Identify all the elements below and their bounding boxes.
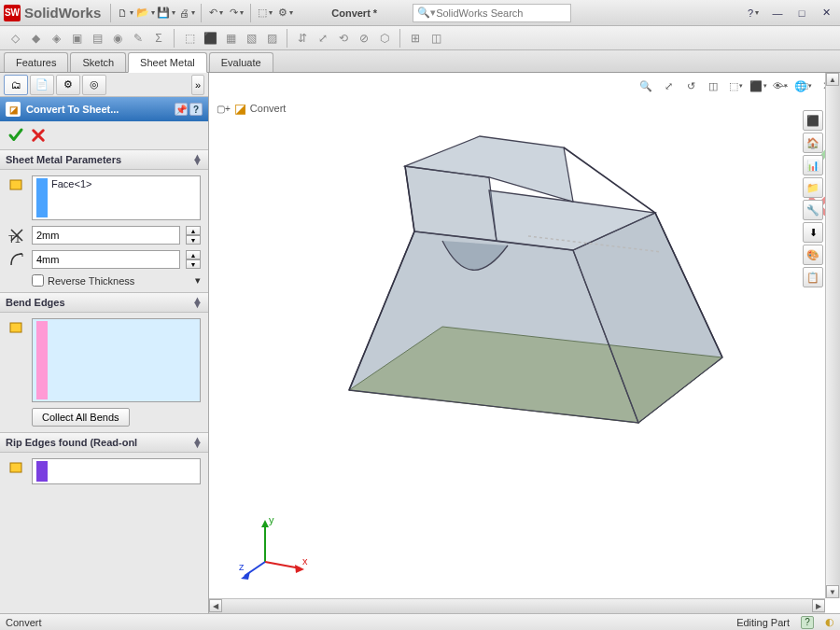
orientation-triad[interactable]: y x z xyxy=(237,511,312,585)
horizontal-scrollbar[interactable]: ◀ ▶ xyxy=(209,598,825,613)
view-orientation-button[interactable]: ⬚ xyxy=(726,77,745,95)
taskpane-design-library[interactable]: 🏠 xyxy=(803,133,823,153)
zoom-area-button[interactable]: ⤢ xyxy=(659,77,678,95)
taskpane-file-explorer[interactable]: 📊 xyxy=(803,155,823,175)
zoom-area-icon: ⤢ xyxy=(665,80,673,92)
expand-icon[interactable]: ▢+ xyxy=(217,104,231,114)
tool-icon[interactable]: ◫ xyxy=(427,29,445,48)
prev-view-button[interactable]: ↺ xyxy=(681,77,700,95)
tool-icon[interactable]: ⊞ xyxy=(406,29,425,48)
tab-evaluate[interactable]: Evaluate xyxy=(209,52,273,72)
taskpane-custom-props[interactable]: ⬇ xyxy=(803,222,823,243)
scroll-down-button[interactable]: ▼ xyxy=(826,585,839,598)
thickness-spinner[interactable]: ▲▼ xyxy=(186,226,201,245)
rip-edges-selection[interactable] xyxy=(32,458,201,484)
pm-pin-button[interactable]: 📌 xyxy=(175,103,188,116)
section-view-button[interactable]: ◫ xyxy=(704,77,722,95)
tab-features[interactable]: Features xyxy=(4,52,68,72)
taskpane-tab-8[interactable]: 📋 xyxy=(803,267,823,287)
group-header-params[interactable]: Sheet Metal Parameters ▲▼ xyxy=(0,149,208,170)
tool-icon[interactable]: ▣ xyxy=(67,29,86,48)
bend-edges-selection[interactable] xyxy=(32,318,201,402)
selection-strip xyxy=(36,178,48,217)
close-button[interactable]: ✕ xyxy=(816,3,836,23)
rebuild-button[interactable]: ⬚ xyxy=(255,3,275,23)
search-input[interactable] xyxy=(436,7,567,19)
propertymanager-tab[interactable]: 📄 xyxy=(30,75,54,95)
tool-icon[interactable]: ◉ xyxy=(108,29,127,48)
restore-button[interactable]: □ xyxy=(791,3,812,23)
tool-icon[interactable]: ✎ xyxy=(129,29,147,48)
tool-icon[interactable]: ⬛ xyxy=(201,29,219,48)
new-doc-button[interactable]: 🗋 xyxy=(115,3,135,23)
ok-button[interactable] xyxy=(7,127,24,144)
options-icon: ⚙ xyxy=(278,7,287,19)
reverse-thickness-checkbox[interactable] xyxy=(32,274,44,287)
scroll-left-button[interactable]: ◀ xyxy=(209,599,222,612)
tool-icon[interactable]: ⇵ xyxy=(293,29,312,48)
display-style-button[interactable]: ⬛ xyxy=(749,77,767,95)
flyout-splitter[interactable]: » xyxy=(191,75,204,95)
bend-radius-input[interactable] xyxy=(32,250,180,269)
collect-all-bends-button[interactable]: Collect All Bends xyxy=(32,408,130,427)
help-icon: ? xyxy=(748,7,753,19)
thickness-input[interactable] xyxy=(32,226,180,245)
tool-icon[interactable]: ◇ xyxy=(6,29,24,48)
pm-help-button[interactable]: ? xyxy=(189,103,203,116)
cancel-button[interactable] xyxy=(30,127,47,144)
tab-sheet-metal[interactable]: Sheet Metal xyxy=(128,52,207,73)
featuremanager-tab[interactable]: 🗂 xyxy=(4,75,28,95)
open-button[interactable]: 📂 xyxy=(135,3,156,23)
tool-icon[interactable]: ⟲ xyxy=(334,29,353,48)
configurationmanager-tab[interactable]: ⚙ xyxy=(56,75,80,95)
group-header-bend[interactable]: Bend Edges ▲▼ xyxy=(0,292,208,313)
radius-spinner[interactable]: ▲▼ xyxy=(186,250,201,269)
taskpane-view-palette[interactable]: 📁 xyxy=(803,177,823,198)
vertical-scrollbar[interactable]: ▲ ▼ xyxy=(825,73,840,598)
status-help-button[interactable]: ? xyxy=(801,616,814,629)
redo-button[interactable]: ↷ xyxy=(226,3,246,23)
spin-down-icon[interactable]: ▼ xyxy=(186,235,201,245)
taskpane-appearances[interactable]: 🔧 xyxy=(803,200,823,220)
group-header-rip[interactable]: Rip Edges found (Read-onl ▲▼ xyxy=(0,432,208,453)
tool-icon[interactable]: ⊘ xyxy=(355,29,373,48)
options-button[interactable]: ⚙ xyxy=(275,3,296,23)
viewport-minimize-button[interactable]: — xyxy=(773,77,791,95)
save-button[interactable]: 💾 xyxy=(156,3,176,23)
scroll-up-button[interactable]: ▲ xyxy=(826,73,839,86)
tool-icon[interactable]: ◆ xyxy=(26,29,45,48)
spin-down-icon[interactable]: ▼ xyxy=(186,259,201,269)
group-title: Rip Edges found (Read-onl xyxy=(6,437,137,448)
taskpane-tab-7[interactable]: 🎨 xyxy=(803,245,823,265)
app-brand: SolidWorks xyxy=(24,5,101,21)
spin-up-icon[interactable]: ▲ xyxy=(186,250,201,259)
undo-button[interactable]: ↶ xyxy=(205,3,226,23)
tool-icon[interactable]: ⬚ xyxy=(180,29,199,48)
fixed-face-selection[interactable]: Face<1> xyxy=(32,175,201,220)
more-icon[interactable]: ▾ xyxy=(195,274,201,287)
help-menu-button[interactable]: ? xyxy=(743,3,763,23)
tool-icon[interactable]: ▧ xyxy=(242,29,260,48)
minimize-button[interactable]: — xyxy=(767,3,788,23)
tool-icon[interactable]: Σ xyxy=(149,29,168,48)
graphics-viewport[interactable]: 🔍 ⤢ ↺ ◫ ⬚ ⬛ 👁 🌐 — □ ✕ ▢+ ◪ Convert xyxy=(209,73,840,613)
tab-sketch[interactable]: Sketch xyxy=(70,52,126,72)
tool-icon[interactable]: ⤢ xyxy=(314,29,332,48)
print-button[interactable]: 🖨 xyxy=(176,3,197,23)
taskpane-resources[interactable]: ⬛ xyxy=(803,110,823,131)
command-manager-tabs: Features Sketch Sheet Metal Evaluate xyxy=(0,50,840,73)
scroll-right-button[interactable]: ▶ xyxy=(812,599,825,612)
tool-icon[interactable]: ▤ xyxy=(88,29,106,48)
tool-icon[interactable]: ⬡ xyxy=(375,29,394,48)
spin-up-icon[interactable]: ▲ xyxy=(186,226,201,235)
viewport-restore-button[interactable]: □ xyxy=(795,77,814,95)
tool-icon[interactable]: ▦ xyxy=(221,29,240,48)
status-bar: Convert Editing Part ? ◐ xyxy=(0,613,840,630)
status-rebuild-icon[interactable]: ◐ xyxy=(825,616,834,628)
tool-icon[interactable]: ▨ xyxy=(262,29,281,48)
flyout-feature-tree[interactable]: ▢+ ◪ Convert xyxy=(217,101,286,116)
tool-icon[interactable]: ◈ xyxy=(47,29,65,48)
search-bar[interactable]: 🔍▾ xyxy=(413,4,571,22)
dimxpert-tab[interactable]: ◎ xyxy=(82,75,106,95)
zoom-fit-button[interactable]: 🔍 xyxy=(637,77,655,95)
